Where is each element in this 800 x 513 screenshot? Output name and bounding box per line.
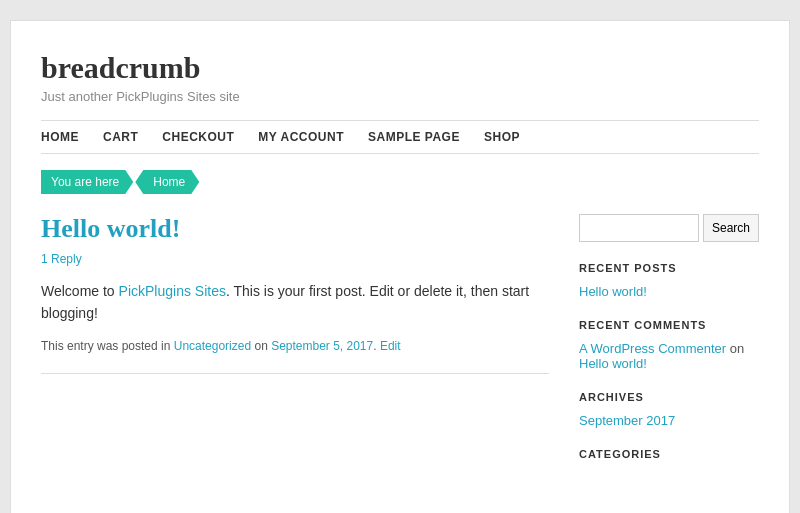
archive-link-0[interactable]: September 2017	[579, 413, 759, 428]
breadcrumb: You are here Home	[41, 170, 759, 194]
breadcrumb-you-are-here-label: You are here	[41, 170, 133, 194]
nav-list: HOME CART CHECKOUT MY ACCOUNT SAMPLE PAG…	[41, 129, 759, 145]
nav-item-cart[interactable]: CART	[103, 129, 138, 145]
search-widget: Search	[579, 214, 759, 242]
categories-title: CATEGORIES	[579, 448, 759, 460]
site-header: breadcrumb Just another PickPlugins Site…	[41, 51, 759, 104]
post-footer-on: on	[251, 339, 271, 353]
recent-post-link-0[interactable]: Hello world!	[579, 284, 759, 299]
date-link[interactable]: September 5, 2017	[271, 339, 373, 353]
post-footer-sep: .	[373, 339, 380, 353]
nav-item-samplepage[interactable]: SAMPLE PAGE	[368, 129, 460, 145]
post-body-start: Welcome to	[41, 283, 119, 299]
archives-section: ARCHIVES September 2017	[579, 391, 759, 428]
page-wrapper: breadcrumb Just another PickPlugins Site…	[10, 20, 790, 513]
pickplugins-link[interactable]: PickPlugins Sites	[119, 283, 226, 299]
commenter-link[interactable]: A WordPress Commenter	[579, 341, 726, 356]
nav-link-samplepage[interactable]: SAMPLE PAGE	[368, 130, 460, 144]
post-title: Hello world!	[41, 214, 549, 244]
search-button[interactable]: Search	[703, 214, 759, 242]
post-body: Welcome to PickPlugins Sites. This is yo…	[41, 280, 549, 325]
post-footer: This entry was posted in Uncategorized o…	[41, 339, 549, 353]
nav-link-cart[interactable]: CART	[103, 130, 138, 144]
content-area: Hello world! 1 Reply Welcome to PickPlug…	[41, 214, 759, 480]
nav-item-home[interactable]: HOME	[41, 129, 79, 145]
nav-link-shop[interactable]: SHOP	[484, 130, 520, 144]
category-link[interactable]: Uncategorized	[174, 339, 251, 353]
recent-comment-entry: A WordPress Commenter on Hello world!	[579, 341, 759, 371]
recent-posts-section: RECENT POSTS Hello world!	[579, 262, 759, 299]
post-reply-count: 1 Reply	[41, 252, 549, 266]
nav-bar: HOME CART CHECKOUT MY ACCOUNT SAMPLE PAG…	[41, 120, 759, 154]
post-footer-prefix: This entry was posted in	[41, 339, 174, 353]
breadcrumb-home-label: Home	[135, 170, 199, 194]
main-content: Hello world! 1 Reply Welcome to PickPlug…	[41, 214, 549, 480]
archives-title: ARCHIVES	[579, 391, 759, 403]
reply-link[interactable]: 1 Reply	[41, 252, 82, 266]
categories-section: CATEGORIES	[579, 448, 759, 460]
comment-on-text: on	[726, 341, 744, 356]
nav-item-shop[interactable]: SHOP	[484, 129, 520, 145]
comment-post-link[interactable]: Hello world!	[579, 356, 647, 371]
recent-comments-title: RECENT COMMENTS	[579, 319, 759, 331]
site-tagline: Just another PickPlugins Sites site	[41, 89, 759, 104]
edit-link[interactable]: Edit	[380, 339, 401, 353]
nav-link-checkout[interactable]: CHECKOUT	[162, 130, 234, 144]
recent-comments-section: RECENT COMMENTS A WordPress Commenter on…	[579, 319, 759, 371]
search-input[interactable]	[579, 214, 699, 242]
recent-posts-title: RECENT POSTS	[579, 262, 759, 274]
nav-item-checkout[interactable]: CHECKOUT	[162, 129, 234, 145]
nav-link-myaccount[interactable]: MY ACCOUNT	[258, 130, 344, 144]
nav-link-home[interactable]: HOME	[41, 130, 79, 144]
site-title: breadcrumb	[41, 51, 759, 85]
nav-item-myaccount[interactable]: MY ACCOUNT	[258, 129, 344, 145]
sidebar: Search RECENT POSTS Hello world! RECENT …	[579, 214, 759, 480]
post-divider	[41, 373, 549, 374]
